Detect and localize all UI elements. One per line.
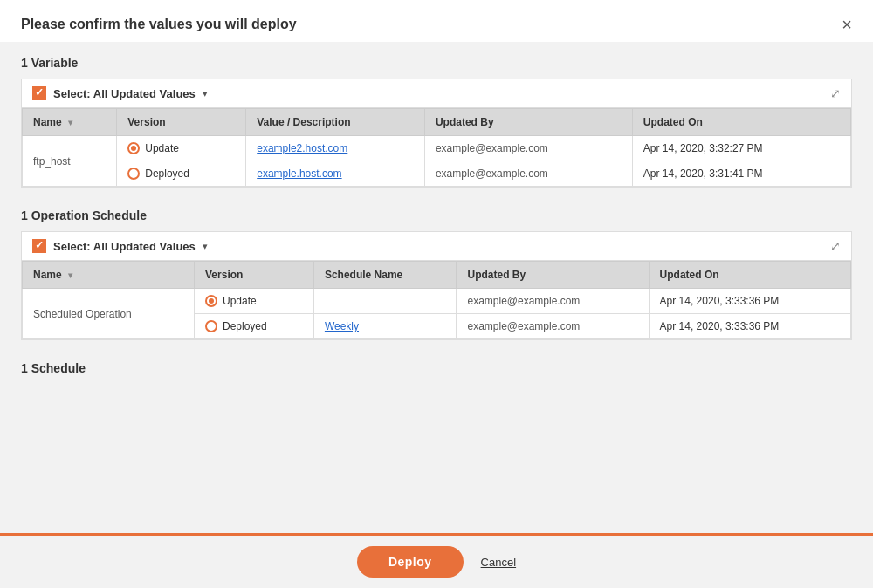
variable-expand-icon[interactable]: ⤢ [830, 86, 841, 100]
opschedule-version-update: Update [195, 289, 314, 314]
section-variable-title: 1 Variable [21, 56, 852, 70]
opschedule-select-dropdown[interactable]: ▾ [203, 241, 208, 252]
close-button[interactable]: × [842, 16, 852, 33]
variable-updated-by-update: example@example.com [424, 136, 632, 161]
opschedule-updated-by-update: example@example.com [457, 289, 649, 314]
opschedule-radio-update[interactable] [205, 295, 217, 307]
variable-name-cell: ftp_host [23, 136, 117, 187]
section-variable-block: Select: All Updated Values ▾ ⤢ Name ▾ Ve… [21, 79, 852, 188]
variable-col-value: Value / Description [246, 109, 425, 136]
variable-value-deployed: example.host.com [246, 161, 425, 187]
variable-updated-on-update: Apr 14, 2020, 3:32:27 PM [632, 136, 850, 161]
opschedule-select-checkbox[interactable] [32, 239, 46, 253]
deploy-button[interactable]: Deploy [357, 546, 464, 578]
opschedule-updated-on-update: Apr 14, 2020, 3:33:36 PM [649, 289, 850, 314]
variable-version-update: Update [117, 136, 246, 161]
modal-header: Please confirm the values you will deplo… [0, 0, 873, 42]
opschedule-col-schedule: Schedule Name [313, 262, 457, 289]
opschedule-table: Name ▾ Version Schedule Name Updated By … [22, 261, 851, 339]
variable-col-updated-by: Updated By [424, 109, 632, 136]
opschedule-version-deployed: Deployed [195, 314, 314, 339]
modal-title: Please confirm the values you will deplo… [21, 17, 297, 32]
variable-updated-on-deployed: Apr 14, 2020, 3:31:41 PM [632, 161, 850, 187]
opschedule-updated-on-deployed: Apr 14, 2020, 3:33:36 PM [649, 314, 850, 339]
variable-col-updated-on: Updated On [632, 109, 850, 136]
table-row: Scheduled Operation Update exa [23, 289, 851, 314]
opschedule-select-label: Select: All Updated Values [53, 240, 196, 253]
variable-select-checkbox[interactable] [32, 86, 46, 100]
opschedule-col-version: Version [195, 262, 314, 289]
variable-col-name: Name ▾ [23, 109, 117, 136]
variable-select-dropdown[interactable]: ▾ [203, 88, 208, 99]
opschedule-radio-deployed[interactable] [205, 320, 217, 332]
variable-radio-update[interactable] [127, 142, 140, 154]
variable-radio-deployed[interactable] [127, 168, 140, 180]
section-schedule-title: 1 Schedule [21, 361, 852, 375]
opschedule-name-cell: Scheduled Operation [23, 289, 195, 339]
opschedule-updated-by-deployed: example@example.com [457, 314, 649, 339]
variable-updated-by-deployed: example@example.com [424, 161, 632, 187]
variable-value-update: example2.host.com [246, 136, 425, 161]
table-row: Deployed example.host.com example@exampl… [23, 161, 851, 187]
cancel-button[interactable]: Cancel [481, 556, 516, 569]
variable-select-bar: Select: All Updated Values ▾ ⤢ [22, 79, 851, 108]
variable-table: Name ▾ Version Value / Description Updat… [22, 108, 851, 187]
modal-footer: Deploy Cancel [0, 533, 873, 588]
opschedule-value-update [313, 289, 457, 314]
table-row: ftp_host Update example2.host.com [23, 136, 851, 161]
modal-overlay: Please confirm the values you will deplo… [0, 0, 873, 588]
opschedule-col-updated-on: Updated On [649, 262, 850, 289]
opschedule-select-bar: Select: All Updated Values ▾ ⤢ [22, 232, 851, 261]
opschedule-col-updated-by: Updated By [457, 262, 649, 289]
variable-version-deployed: Deployed [117, 161, 246, 187]
variable-select-label: Select: All Updated Values [53, 87, 196, 100]
section-opschedule-title: 1 Operation Schedule [21, 209, 852, 222]
variable-col-version: Version [117, 109, 246, 136]
section-opschedule-block: Select: All Updated Values ▾ ⤢ Name ▾ Ve… [21, 231, 852, 340]
opschedule-col-name: Name ▾ [23, 262, 195, 289]
opschedule-expand-icon[interactable]: ⤢ [830, 239, 841, 253]
modal-body: 1 Variable Select: All Updated Values ▾ … [0, 42, 873, 533]
opschedule-value-deployed: Weekly [313, 314, 457, 339]
